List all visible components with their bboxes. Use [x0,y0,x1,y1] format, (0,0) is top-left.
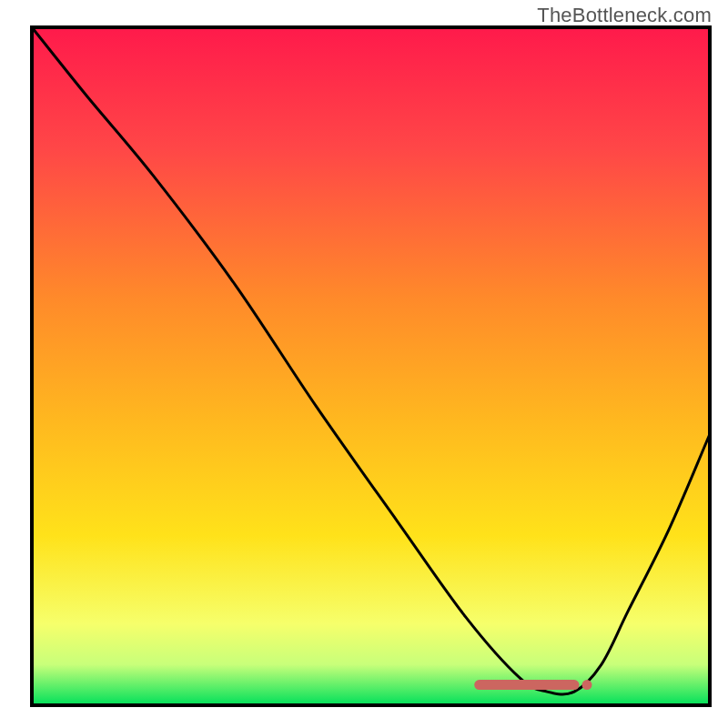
chart-container: TheBottleneck.com [0,0,728,728]
chart-svg [0,0,728,728]
plot-gradient-area [32,27,710,705]
highlight-minimum-dot [582,680,592,690]
watermark-text: TheBottleneck.com [537,4,712,27]
